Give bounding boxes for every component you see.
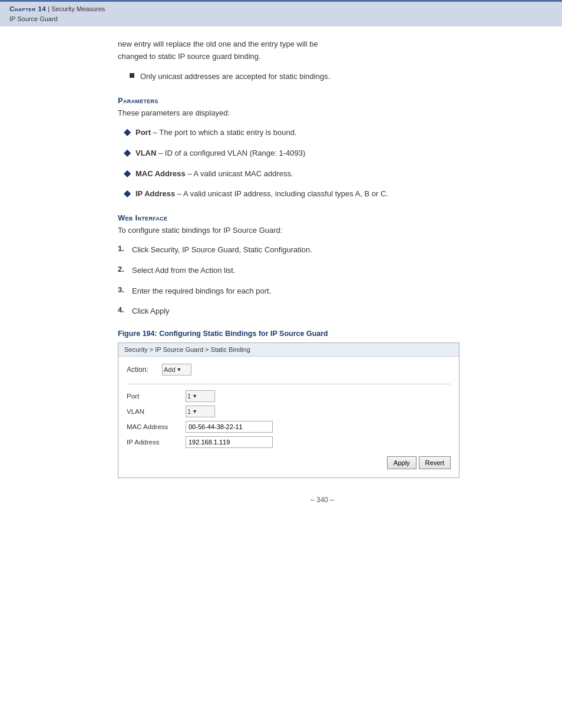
page-number: – 340 – <box>310 496 334 504</box>
web-interface-intro: To configure static bindings for IP Sour… <box>118 225 527 237</box>
step-4-num: 4. <box>118 305 132 314</box>
ui-vlan-value: 1 <box>187 408 191 415</box>
diamond-icon-ip: ◆ <box>124 187 131 199</box>
header-subsection: IP Source Guard <box>9 14 553 24</box>
ui-screenshot-box: Security > IP Source Guard > Static Bind… <box>118 342 459 478</box>
step-4-text: Click Apply <box>132 305 170 318</box>
ui-vlan-select[interactable]: 1 ▼ <box>186 406 215 417</box>
header-separator: | <box>46 5 51 12</box>
ui-port-row: Port 1 ▼ <box>127 390 451 402</box>
chapter-label: Chapter 14 <box>9 5 46 12</box>
param-ip: ◆ IP Address – A valid unicast IP addres… <box>124 188 527 200</box>
apply-button[interactable]: Apply <box>387 456 416 469</box>
diamond-icon-mac: ◆ <box>124 167 131 179</box>
ui-btn-row: Apply Revert <box>127 454 451 469</box>
param-vlan-text: VLAN – ID of a configured VLAN (Range: 1… <box>135 147 305 160</box>
ui-content: Action: Add ▼ Port 1 ▼ VLAN 1 <box>118 357 459 477</box>
ui-action-select[interactable]: Add ▼ <box>162 364 191 375</box>
ui-vlan-row: VLAN 1 ▼ <box>127 406 451 417</box>
ui-mac-label: MAC Address <box>127 423 186 430</box>
bullet-square-icon <box>130 73 134 78</box>
ui-ip-input[interactable] <box>186 436 273 448</box>
intro-line2: changed to static IP source guard bindin… <box>118 52 261 61</box>
ui-ip-row: IP Address <box>127 436 451 448</box>
ui-action-select-arrow: ▼ <box>177 367 182 373</box>
param-mac-text: MAC Address – A valid unicast MAC addres… <box>135 168 293 180</box>
ui-ip-label: IP Address <box>127 439 186 446</box>
bullet-text-unicast: Only unicast addresses are accepted for … <box>140 71 330 83</box>
ui-path-bar: Security > IP Source Guard > Static Bind… <box>118 343 459 357</box>
ui-action-label: Action: <box>127 365 162 374</box>
bullet-item-unicast: Only unicast addresses are accepted for … <box>130 71 527 83</box>
revert-button[interactable]: Revert <box>419 456 451 469</box>
ui-divider <box>127 384 451 384</box>
diamond-icon-port: ◆ <box>124 126 131 137</box>
param-vlan-label: VLAN <box>135 149 156 157</box>
param-port-text: Port – The port to which a static entry … <box>135 127 297 139</box>
ui-mac-input[interactable] <box>186 421 273 433</box>
ui-action-select-value: Add <box>164 366 176 373</box>
step-2-text: Select Add from the Action list. <box>132 265 236 277</box>
step-4: 4. Click Apply <box>118 305 527 318</box>
ui-port-label: Port <box>127 393 186 400</box>
parameters-heading: Parameters <box>118 96 527 105</box>
param-vlan: ◆ VLAN – ID of a configured VLAN (Range:… <box>124 147 527 160</box>
step-2: 2. Select Add from the Action list. <box>118 265 527 277</box>
header-section: Security Measures <box>51 5 105 12</box>
step-2-num: 2. <box>118 265 132 274</box>
step-3: 3. Enter the required bindings for each … <box>118 285 527 298</box>
ui-vlan-label: VLAN <box>127 408 186 415</box>
figure-title: Figure 194: Configuring Static Bindings … <box>118 330 527 338</box>
param-mac-label: MAC Address <box>135 169 186 178</box>
param-port: ◆ Port – The port to which a static entr… <box>124 127 527 139</box>
chapter-line: Chapter 14 | Security Measures <box>9 4 553 14</box>
ui-vlan-arrow: ▼ <box>192 409 197 414</box>
step-3-num: 3. <box>118 285 132 294</box>
main-content: new entry will replace the old one and t… <box>0 27 562 533</box>
header-bar: Chapter 14 | Security Measures IP Source… <box>0 0 562 27</box>
intro-line1: new entry will replace the old one and t… <box>118 39 318 48</box>
page-footer: – 340 – <box>118 496 527 516</box>
step-3-text: Enter the required bindings for each por… <box>132 285 271 298</box>
ui-port-value: 1 <box>187 393 191 400</box>
ui-port-arrow: ▼ <box>192 393 197 399</box>
parameters-intro: These parameters are displayed: <box>118 107 527 120</box>
diamond-icon-vlan: ◆ <box>124 147 131 158</box>
intro-paragraph: new entry will replace the old one and t… <box>118 38 527 63</box>
step-1-num: 1. <box>118 244 132 253</box>
param-port-label: Port <box>135 128 151 137</box>
step-1: 1. Click Security, IP Source Guard, Stat… <box>118 244 527 256</box>
step-1-text: Click Security, IP Source Guard, Static … <box>132 244 312 256</box>
param-ip-label: IP Address <box>135 189 175 198</box>
param-mac: ◆ MAC Address – A valid unicast MAC addr… <box>124 168 527 180</box>
ui-action-row: Action: Add ▼ <box>127 364 451 375</box>
param-ip-text: IP Address – A valid unicast IP address,… <box>135 188 388 200</box>
ui-mac-row: MAC Address <box>127 421 451 433</box>
web-interface-heading: Web Interface <box>118 213 527 222</box>
ui-port-select[interactable]: 1 ▼ <box>186 390 215 402</box>
